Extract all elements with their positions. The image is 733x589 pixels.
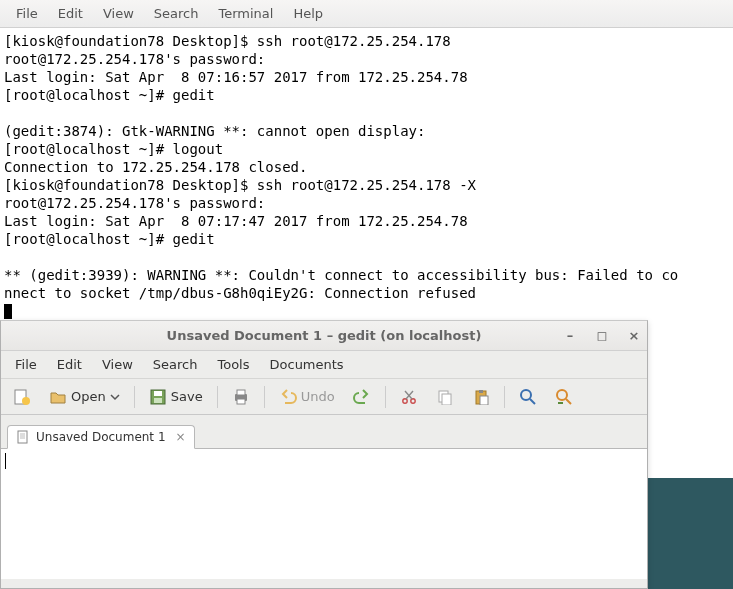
gedit-toolbar: Open Save Undo [1,379,647,415]
toolbar-separator [217,386,218,408]
copy-button[interactable] [430,385,460,409]
term-line: root@172.25.254.178's password: [4,195,274,211]
open-button[interactable]: Open [43,385,126,409]
undo-button[interactable]: Undo [273,385,341,409]
term-line: [root@localhost ~]# logout [4,141,223,157]
svg-point-9 [410,398,414,402]
undo-icon [279,388,297,406]
cut-button[interactable] [394,385,424,409]
find-button[interactable] [513,385,543,409]
toolbar-separator [264,386,265,408]
svg-rect-13 [479,390,483,393]
gedit-menubar: File Edit View Search Tools Documents [1,351,647,379]
term-line: ** (gedit:3939): WARNING **: Couldn't co… [4,267,678,283]
open-folder-icon [49,388,67,406]
find-replace-button[interactable] [549,385,579,409]
term-line: Last login: Sat Apr 8 07:17:47 2017 from… [4,213,468,229]
menu-edit[interactable]: Edit [48,2,93,25]
window-control-group: – ◻ × [563,328,641,343]
svg-point-17 [557,390,567,400]
term-line: root@172.25.254.178's password: [4,51,274,67]
menu-file[interactable]: File [6,2,48,25]
menu-search[interactable]: Search [144,2,209,25]
gedit-menu-documents[interactable]: Documents [260,353,354,376]
terminal-output[interactable]: [kiosk@foundation78 Desktop]$ ssh root@1… [0,28,733,320]
toolbar-separator [134,386,135,408]
document-icon [16,430,30,444]
desktop-background [648,478,733,589]
editor-caret [5,453,6,469]
svg-rect-19 [18,431,27,443]
term-line: Last login: Sat Apr 8 07:16:57 2017 from… [4,69,468,85]
menu-help[interactable]: Help [283,2,333,25]
terminal-cursor [4,304,12,319]
save-label: Save [171,389,203,404]
toolbar-separator [504,386,505,408]
svg-point-15 [521,390,531,400]
term-line: nnect to socket /tmp/dbus-G8h0qiEy2G: Co… [4,285,476,301]
minimize-button[interactable]: – [563,328,577,343]
menu-view[interactable]: View [93,2,144,25]
svg-rect-7 [237,399,245,404]
menu-terminal[interactable]: Terminal [208,2,283,25]
search-icon [519,388,537,406]
undo-label: Undo [301,389,335,404]
tab-label: Unsaved Document 1 [36,430,166,444]
gedit-menu-search[interactable]: Search [143,353,208,376]
save-icon [149,388,167,406]
gedit-title: Unsaved Document 1 – gedit (on localhost… [167,328,482,343]
editor-text-area[interactable] [1,449,647,579]
gedit-menu-edit[interactable]: Edit [47,353,92,376]
gedit-menu-view[interactable]: View [92,353,143,376]
new-document-icon [13,388,31,406]
maximize-button[interactable]: ◻ [595,328,609,343]
chevron-down-icon [110,388,120,406]
close-button[interactable]: × [627,328,641,343]
paste-button[interactable] [466,385,496,409]
copy-icon [436,388,454,406]
cut-icon [400,388,418,406]
terminal-window: File Edit View Search Terminal Help [kio… [0,0,733,320]
find-replace-icon [555,388,573,406]
gedit-menu-tools[interactable]: Tools [207,353,259,376]
term-line: [root@localhost ~]# gedit [4,231,215,247]
terminal-menubar: File Edit View Search Terminal Help [0,0,733,28]
term-line: [root@localhost ~]# gedit [4,87,215,103]
svg-point-1 [22,397,30,405]
gedit-tabbar: Unsaved Document 1 × [1,415,647,449]
redo-icon [353,388,371,406]
term-line: [kiosk@foundation78 Desktop]$ ssh root@1… [4,177,476,193]
svg-rect-4 [154,398,162,403]
svg-rect-11 [442,394,451,405]
new-document-button[interactable] [7,385,37,409]
svg-line-16 [530,399,535,404]
gedit-titlebar[interactable]: Unsaved Document 1 – gedit (on localhost… [1,321,647,351]
svg-rect-6 [237,390,245,395]
redo-button[interactable] [347,385,377,409]
tab-close-icon[interactable]: × [176,430,186,444]
svg-point-8 [402,398,406,402]
print-icon [232,388,250,406]
gedit-menu-file[interactable]: File [5,353,47,376]
print-button[interactable] [226,385,256,409]
term-line: (gedit:3874): Gtk-WARNING **: cannot ope… [4,123,434,139]
document-tab[interactable]: Unsaved Document 1 × [7,425,195,449]
toolbar-separator [385,386,386,408]
save-button[interactable]: Save [143,385,209,409]
open-label: Open [71,389,106,404]
svg-rect-3 [154,391,162,396]
paste-icon [472,388,490,406]
svg-rect-14 [480,396,488,405]
term-line: [kiosk@foundation78 Desktop]$ ssh root@1… [4,33,451,49]
svg-line-18 [566,399,571,404]
term-line: Connection to 172.25.254.178 closed. [4,159,307,175]
gedit-window: Unsaved Document 1 – gedit (on localhost… [0,320,648,589]
